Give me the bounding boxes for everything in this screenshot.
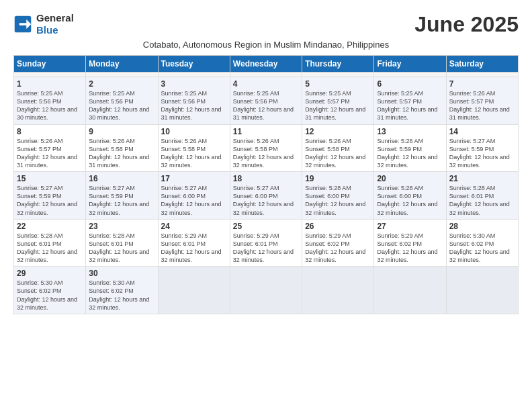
table-row: 15 Sunrise: 5:27 AM Sunset: 5:59 PM Dayl… (14, 172, 86, 220)
day-number: 21 (449, 174, 515, 183)
sunset-label: Sunset: 6:00 PM (161, 193, 206, 199)
sunrise-label: Sunrise: 5:30 AM (17, 279, 63, 286)
table-row: 30 Sunrise: 5:30 AM Sunset: 6:02 PM Dayl… (86, 267, 158, 314)
sunrise-label: Sunrise: 5:28 AM (89, 232, 135, 239)
calendar-week-row: 22 Sunrise: 5:28 AM Sunset: 6:01 PM Dayl… (14, 219, 519, 267)
daylight-label: Daylight: 12 hours and 32 minutes. (305, 248, 365, 263)
day-number: 27 (377, 222, 443, 231)
logo-general: General (36, 12, 74, 24)
daylight-label: Daylight: 12 hours and 32 minutes. (161, 154, 222, 169)
day-number: 29 (17, 269, 83, 278)
day-number: 7 (449, 79, 515, 89)
col-thursday: Thursday (302, 56, 374, 73)
day-number: 9 (89, 127, 154, 136)
sunrise-label: Sunrise: 5:26 AM (161, 138, 208, 144)
table-row (86, 73, 158, 77)
table-row: 7 Sunrise: 5:26 AM Sunset: 5:57 PM Dayli… (446, 77, 518, 125)
table-row: 8 Sunrise: 5:26 AM Sunset: 5:57 PM Dayli… (14, 124, 86, 172)
calendar-week-row: 1 Sunrise: 5:25 AM Sunset: 5:56 PM Dayli… (14, 77, 519, 125)
day-info: Sunrise: 5:29 AM Sunset: 6:01 PM Dayligh… (233, 232, 299, 265)
day-info: Sunrise: 5:25 AM Sunset: 5:57 PM Dayligh… (377, 89, 443, 122)
sunrise-label: Sunrise: 5:26 AM (17, 138, 63, 144)
daylight-label: Daylight: 12 hours and 32 minutes. (377, 201, 437, 216)
table-row: 22 Sunrise: 5:28 AM Sunset: 6:01 PM Dayl… (14, 219, 86, 267)
sunrise-label: Sunrise: 5:25 AM (89, 90, 135, 97)
sunset-label: Sunset: 5:57 PM (17, 146, 62, 152)
sunset-label: Sunset: 6:02 PM (17, 287, 62, 294)
table-row (14, 73, 86, 77)
table-row: 18 Sunrise: 5:27 AM Sunset: 6:00 PM Dayl… (230, 172, 302, 220)
sunset-label: Sunset: 5:59 PM (377, 146, 422, 152)
table-row: 23 Sunrise: 5:28 AM Sunset: 6:01 PM Dayl… (86, 219, 158, 267)
day-info: Sunrise: 5:27 AM Sunset: 6:00 PM Dayligh… (233, 184, 299, 217)
sunrise-label: Sunrise: 5:25 AM (377, 90, 423, 97)
table-row: 5 Sunrise: 5:25 AM Sunset: 5:57 PM Dayli… (302, 77, 374, 125)
day-number: 10 (161, 127, 227, 136)
daylight-label: Daylight: 12 hours and 32 minutes. (161, 248, 222, 263)
sunset-label: Sunset: 6:01 PM (233, 240, 278, 247)
day-number: 15 (17, 174, 83, 183)
sunset-label: Sunset: 5:56 PM (89, 98, 134, 105)
table-row: 27 Sunrise: 5:29 AM Sunset: 6:02 PM Dayl… (374, 219, 446, 267)
day-number: 5 (305, 79, 371, 89)
sunrise-label: Sunrise: 5:27 AM (17, 185, 63, 191)
table-row (230, 73, 302, 77)
day-info: Sunrise: 5:28 AM Sunset: 6:01 PM Dayligh… (89, 232, 154, 265)
sunrise-label: Sunrise: 5:30 AM (89, 279, 135, 286)
day-number: 24 (161, 222, 227, 231)
table-row (230, 267, 302, 314)
calendar-header-row: Sunday Monday Tuesday Wednesday Thursday… (14, 56, 519, 73)
subtitle: Cotabato, Autonomous Region in Muslim Mi… (13, 40, 519, 50)
day-number: 8 (17, 127, 83, 136)
day-number: 22 (17, 222, 83, 231)
day-number: 19 (305, 174, 371, 183)
table-row: 26 Sunrise: 5:29 AM Sunset: 6:02 PM Dayl… (302, 219, 374, 267)
daylight-label: Daylight: 12 hours and 31 minutes. (161, 106, 222, 121)
sunset-label: Sunset: 5:59 PM (449, 146, 494, 152)
sunset-label: Sunset: 6:02 PM (89, 287, 134, 294)
logo: General Blue (13, 12, 74, 36)
sunrise-label: Sunrise: 5:27 AM (233, 185, 279, 191)
col-wednesday: Wednesday (230, 56, 302, 73)
day-info: Sunrise: 5:25 AM Sunset: 5:56 PM Dayligh… (161, 89, 227, 122)
day-info: Sunrise: 5:30 AM Sunset: 6:02 PM Dayligh… (89, 279, 154, 312)
table-row: 16 Sunrise: 5:27 AM Sunset: 5:59 PM Dayl… (86, 172, 158, 220)
sunset-label: Sunset: 6:00 PM (305, 193, 350, 199)
daylight-label: Daylight: 12 hours and 32 minutes. (449, 154, 510, 169)
daylight-label: Daylight: 12 hours and 32 minutes. (377, 154, 437, 169)
table-row: 20 Sunrise: 5:28 AM Sunset: 6:00 PM Dayl… (374, 172, 446, 220)
sunset-label: Sunset: 6:01 PM (17, 240, 62, 247)
calendar-week-row: 29 Sunrise: 5:30 AM Sunset: 6:02 PM Dayl… (14, 267, 519, 314)
table-row (374, 267, 446, 314)
table-row: 28 Sunrise: 5:30 AM Sunset: 6:02 PM Dayl… (446, 219, 518, 267)
month-title: June 2025 (414, 12, 519, 37)
sunset-label: Sunset: 5:58 PM (161, 146, 206, 152)
sunset-label: Sunset: 5:58 PM (305, 146, 350, 152)
day-number: 11 (233, 127, 299, 136)
day-info: Sunrise: 5:30 AM Sunset: 6:02 PM Dayligh… (449, 232, 515, 265)
day-info: Sunrise: 5:26 AM Sunset: 5:57 PM Dayligh… (449, 89, 515, 122)
calendar-week-row (14, 73, 519, 77)
table-row: 14 Sunrise: 5:27 AM Sunset: 5:59 PM Dayl… (446, 124, 518, 172)
daylight-label: Daylight: 12 hours and 32 minutes. (89, 201, 149, 216)
sunrise-label: Sunrise: 5:29 AM (305, 232, 351, 239)
table-row (446, 267, 518, 314)
table-row: 12 Sunrise: 5:26 AM Sunset: 5:58 PM Dayl… (302, 124, 374, 172)
table-row: 17 Sunrise: 5:27 AM Sunset: 6:00 PM Dayl… (158, 172, 230, 220)
sunset-label: Sunset: 6:02 PM (305, 240, 350, 247)
table-row: 4 Sunrise: 5:25 AM Sunset: 5:56 PM Dayli… (230, 77, 302, 125)
daylight-label: Daylight: 12 hours and 31 minutes. (449, 106, 510, 121)
day-info: Sunrise: 5:29 AM Sunset: 6:02 PM Dayligh… (377, 232, 443, 265)
sunset-label: Sunset: 6:01 PM (449, 193, 494, 199)
table-row (158, 73, 230, 77)
day-number: 1 (17, 79, 83, 89)
sunset-label: Sunset: 5:59 PM (89, 193, 134, 199)
day-number: 30 (89, 269, 154, 278)
logo-text: General Blue (36, 12, 74, 36)
sunrise-label: Sunrise: 5:26 AM (89, 138, 135, 144)
table-row (446, 73, 518, 77)
sunrise-label: Sunrise: 5:27 AM (161, 185, 208, 191)
table-row: 3 Sunrise: 5:25 AM Sunset: 5:56 PM Dayli… (158, 77, 230, 125)
day-info: Sunrise: 5:30 AM Sunset: 6:02 PM Dayligh… (17, 279, 83, 312)
sunrise-label: Sunrise: 5:28 AM (305, 185, 351, 191)
